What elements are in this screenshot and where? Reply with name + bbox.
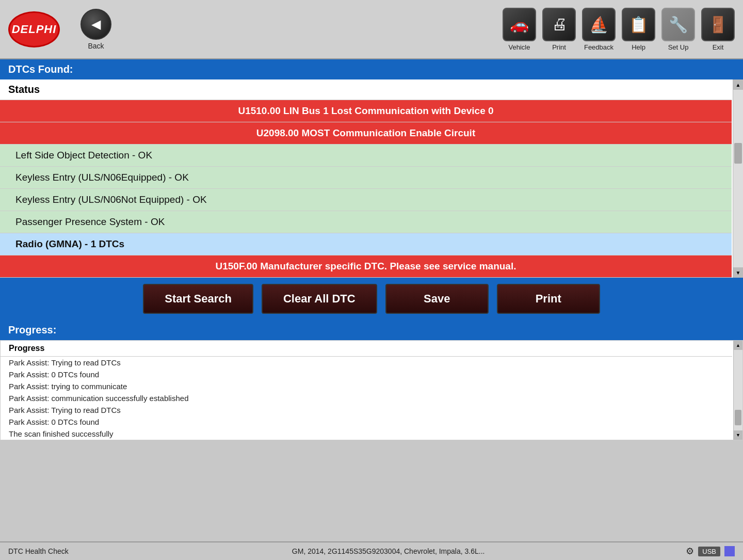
progress-header-bar: Progress: — [0, 320, 743, 340]
scroll-thumb[interactable] — [734, 143, 742, 164]
header: DELPHI ◀ Back 🚗 Vehicle 🖨 Print ⛵ Feedba… — [0, 0, 743, 59]
toolbar: 🚗 Vehicle 🖨 Print ⛵ Feedback 📋 Help 🔧 Se… — [503, 8, 735, 51]
progress-item-2: Park Assist: trying to communicate — [1, 380, 732, 392]
settings-gear-icon[interactable]: ⚙ — [686, 546, 694, 557]
scroll-up-button[interactable]: ▲ — [733, 79, 743, 90]
exit-icon: 🚪 — [701, 8, 735, 41]
help-label: Help — [632, 43, 645, 51]
status-bar: DTC Health Check GM, 2014, 2G1145S35G920… — [0, 541, 743, 560]
delphi-logo: DELPHI — [8, 11, 60, 47]
dtc-item-0[interactable]: U1510.00 LIN Bus 1 Lost Communication wi… — [0, 100, 732, 122]
scroll-track — [733, 90, 743, 267]
toolbar-print[interactable]: 🖨 Print — [542, 8, 576, 51]
clear-all-dtc-button[interactable]: Clear All DTC — [262, 284, 377, 314]
dtc-item-3[interactable]: Keyless Entry (ULS/N06Equipped) - OK — [0, 167, 732, 189]
vehicle-icon: 🚗 — [503, 8, 536, 41]
progress-list-container: Progress Park Assist: Trying to read DTC… — [0, 340, 743, 440]
dtc-item-2[interactable]: Left Side Object Detection - OK — [0, 145, 732, 167]
action-bar: Start Search Clear All DTC Save Print — [0, 278, 743, 320]
logo-area: DELPHI — [8, 11, 60, 47]
feedback-icon: ⛵ — [582, 8, 616, 41]
dtc-found-header: DTCs Found: — [0, 59, 743, 79]
status-items: U1510.00 LIN Bus 1 Lost Communication wi… — [0, 100, 732, 278]
progress-scroll-down[interactable]: ▼ — [734, 430, 742, 440]
toolbar-setup[interactable]: 🔧 Set Up — [661, 8, 695, 51]
toolbar-help[interactable]: 📋 Help — [622, 8, 655, 51]
print-label: Print — [552, 43, 566, 51]
dtc-item-1[interactable]: U2098.00 MOST Communication Enable Circu… — [0, 122, 732, 145]
help-icon: 📋 — [622, 8, 655, 41]
progress-column-header: Progress — [1, 341, 732, 357]
status-list-container: Status U1510.00 LIN Bus 1 Lost Communica… — [0, 79, 743, 278]
dtc-item-5[interactable]: Passenger Presence System - OK — [0, 211, 732, 233]
progress-item-4: Park Assist: Trying to read DTCs — [1, 404, 732, 416]
usb-label: USB — [698, 547, 720, 556]
progress-list-inner: Progress Park Assist: Trying to read DTC… — [1, 341, 742, 440]
progress-scroll-thumb[interactable] — [735, 410, 741, 425]
progress-section-header: Progress: — [0, 320, 64, 340]
scroll-down-button[interactable]: ▼ — [733, 267, 743, 278]
setup-icon: 🔧 — [661, 8, 695, 41]
progress-item-3: Park Assist: communication successfully … — [1, 392, 732, 404]
dtc-item-4[interactable]: Keyless Entry (ULS/N06Not Equipped) - OK — [0, 189, 732, 211]
progress-scroll-up[interactable]: ▲ — [734, 341, 742, 350]
dtc-item-7[interactable]: U150F.00 Manufacturer specific DTC. Plea… — [0, 255, 732, 278]
feedback-label: Feedback — [584, 43, 613, 51]
back-arrow-icon: ◀ — [80, 9, 111, 40]
progress-scroll-track — [734, 350, 742, 430]
save-button[interactable]: Save — [385, 284, 489, 314]
toolbar-feedback[interactable]: ⛵ Feedback — [582, 8, 616, 51]
print-icon: 🖨 — [542, 8, 576, 41]
back-label: Back — [88, 42, 104, 50]
back-button[interactable]: ◀ Back — [80, 9, 111, 50]
status-bar-vehicle-info: GM, 2014, 2G1145S35G9203004, Chevrolet, … — [91, 547, 686, 555]
progress-item-6: The scan finished successfully — [1, 428, 732, 440]
vehicle-label: Vehicle — [509, 43, 530, 51]
start-search-button[interactable]: Start Search — [143, 284, 253, 314]
progress-item-0: Park Assist: Trying to read DTCs — [1, 357, 732, 369]
toolbar-vehicle[interactable]: 🚗 Vehicle — [503, 8, 536, 51]
usb-indicator-icon — [724, 546, 735, 556]
print-action-button[interactable]: Print — [497, 284, 600, 314]
setup-label: Set Up — [668, 43, 689, 51]
status-column-header: Status — [0, 79, 732, 100]
status-bar-app-name: DTC Health Check — [8, 547, 91, 555]
exit-label: Exit — [713, 43, 724, 51]
toolbar-exit[interactable]: 🚪 Exit — [701, 8, 735, 51]
status-list: Status U1510.00 LIN Bus 1 Lost Communica… — [0, 79, 743, 278]
status-list-wrapper: Status U1510.00 LIN Bus 1 Lost Communica… — [0, 79, 743, 278]
dtc-item-6[interactable]: Radio (GMNA) - 1 DTCs — [0, 233, 732, 255]
logo-text: DELPHI — [12, 23, 57, 36]
progress-item-5: Park Assist: 0 DTCs found — [1, 416, 732, 428]
status-bar-right: ⚙ USB — [686, 546, 735, 557]
status-scrollbar[interactable]: ▲ ▼ — [733, 79, 743, 278]
progress-scrollbar[interactable]: ▲ ▼ — [733, 341, 742, 440]
progress-item-1: Park Assist: 0 DTCs found — [1, 369, 732, 380]
